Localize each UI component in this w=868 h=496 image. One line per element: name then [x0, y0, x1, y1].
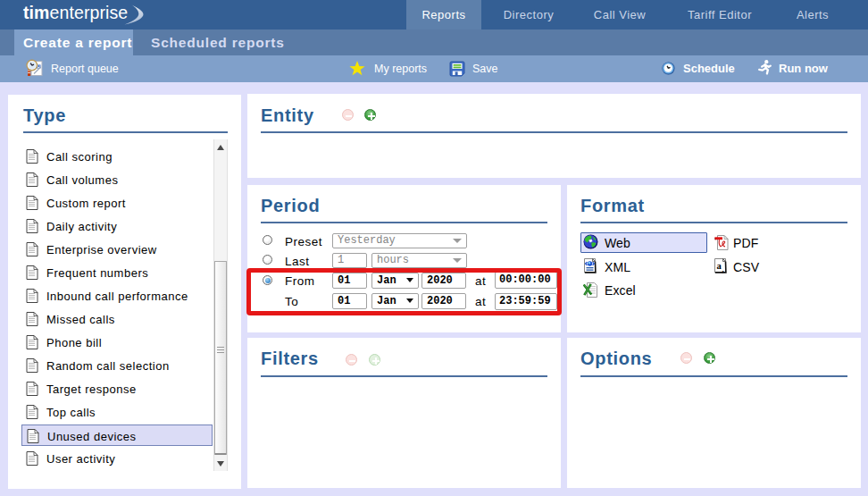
svg-text:,: ,	[722, 265, 723, 273]
